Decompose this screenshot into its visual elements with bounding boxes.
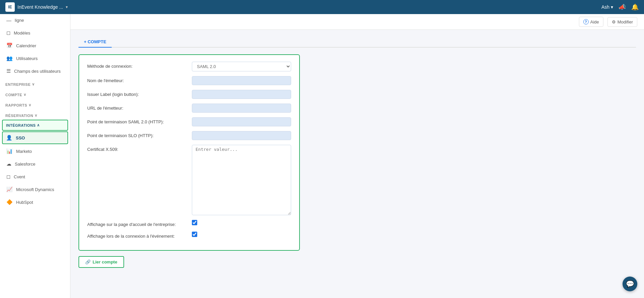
modify-button[interactable]: ⚙ Modifier xyxy=(607,17,637,27)
sidebar-section-rapports[interactable]: RAPPORTS ∨ xyxy=(0,98,70,109)
affichage-connexion-label: Affichage lors de la connexion à l'événe… xyxy=(87,232,188,239)
rapports-chevron: ∨ xyxy=(29,103,32,107)
sidebar-item-marketo[interactable]: 📊 Marketo xyxy=(0,145,70,158)
app-logo: IE xyxy=(5,2,15,12)
sidebar-item-sso[interactable]: 👤 SSO xyxy=(2,131,68,144)
form-row-affichage-accueil: Affichage sur la page d'accueil de l'ent… xyxy=(87,220,291,227)
url-emetteur-input[interactable] xyxy=(192,104,291,113)
bell-icon[interactable]: 🔔 xyxy=(631,3,639,11)
sidebar-section-integrations[interactable]: INTÉGRATIONS ∧ xyxy=(2,120,68,131)
form-row-saml-endpoint: Point de terminaison SAML 2.0 (HTTP): xyxy=(87,117,291,126)
form-row-slo-endpoint: Point de terminaison SLO (HTTP): xyxy=(87,131,291,140)
microsoft-icon: 📈 xyxy=(6,186,13,192)
form-row-nom-emetteur: Nom de l'émetteur: xyxy=(87,76,291,85)
sidebar-item-microsoft-dynamics[interactable]: 📈 Microsoft Dynamics xyxy=(0,183,70,196)
sidebar-section-reservation[interactable]: RÉSERVATION ∨ xyxy=(0,109,70,119)
sidebar-item-label: HubSpot xyxy=(16,200,33,205)
top-navigation: IE InEvent Knowledge ... ▾ Ash ▾ 📣 🔔 xyxy=(0,0,644,14)
champs-icon: ☰ xyxy=(6,68,11,74)
lier-compte-button[interactable]: 🔗 Lier compte xyxy=(78,256,124,268)
sso-icon: 👤 xyxy=(6,135,12,141)
user-chevron: ▾ xyxy=(611,4,613,10)
form-row-affichage-connexion: Affichage lors de la connexion à l'événe… xyxy=(87,232,291,239)
compte-chevron: ∨ xyxy=(23,93,26,97)
saml-endpoint-input[interactable] xyxy=(192,117,291,126)
certificat-textarea[interactable] xyxy=(192,145,291,215)
sidebar-item-label: Marketo xyxy=(16,149,32,154)
affichage-connexion-checkbox[interactable] xyxy=(192,232,197,237)
help-button[interactable]: ? Aide xyxy=(579,17,603,27)
gear-icon: ⚙ xyxy=(612,19,616,24)
app-title-chevron[interactable]: ▾ xyxy=(66,5,68,9)
user-name: Ash xyxy=(601,4,609,10)
link-icon: 🔗 xyxy=(85,259,91,264)
form-row-url-emetteur: URL de l'émetteur: xyxy=(87,104,291,113)
tab-compte[interactable]: + COMPTE xyxy=(78,37,112,48)
sidebar-item-utilisateurs[interactable]: 👥 Utilisateurs xyxy=(0,52,70,65)
salesforce-icon: ☁ xyxy=(6,161,11,167)
rapports-label: RAPPORTS xyxy=(5,103,27,107)
megaphone-icon[interactable]: 📣 xyxy=(619,3,626,11)
sidebar-item-label: SSO xyxy=(16,135,25,140)
nav-right: Ash ▾ 📣 🔔 xyxy=(601,3,639,11)
url-emetteur-label: URL de l'émetteur: xyxy=(87,104,188,111)
affichage-accueil-label: Affichage sur la page d'accueil de l'ent… xyxy=(87,220,188,227)
issuer-label-label: Issuer Label (login button): xyxy=(87,90,188,97)
sidebar-item-cvent[interactable]: ◻ Cvent xyxy=(0,170,70,183)
sidebar-item-label: Utilisateurs xyxy=(16,56,38,61)
issuer-label-input[interactable] xyxy=(192,90,291,99)
entreprise-chevron: ∨ xyxy=(32,82,35,86)
form-row-methode: Méthode de connexion: SAML 2.0 OAuth Ope… xyxy=(87,62,291,71)
main-content: ? Aide ⚙ Modifier + COMPTE Méthode de co… xyxy=(70,14,644,298)
entreprise-label: ENTREPRISE xyxy=(5,82,31,86)
sidebar-item-label: Champs des utilisateurs xyxy=(14,69,61,74)
compte-label: COMPTE xyxy=(5,93,22,97)
slo-endpoint-input[interactable] xyxy=(192,131,291,140)
chat-bubble[interactable]: 💬 xyxy=(623,277,637,291)
modify-label: Modifier xyxy=(618,19,633,24)
form-row-issuer: Issuer Label (login button): xyxy=(87,90,291,99)
slo-endpoint-label: Point de terminaison SLO (HTTP): xyxy=(87,131,188,138)
methode-select[interactable]: SAML 2.0 OAuth OpenID xyxy=(192,62,291,71)
sso-form-card: Méthode de connexion: SAML 2.0 OAuth Ope… xyxy=(78,54,300,251)
chat-icon: 💬 xyxy=(626,280,634,288)
sidebar-item-salesforce[interactable]: ☁ Salesforce xyxy=(0,158,70,170)
sidebar-item-label: Cvent xyxy=(14,174,25,179)
cvent-icon: ◻ xyxy=(6,174,10,180)
certificat-label: Certificat X.509: xyxy=(87,145,188,152)
reservation-label: RÉSERVATION xyxy=(5,114,33,118)
calendrier-icon: 📅 xyxy=(6,43,13,49)
sidebar-item-calendrier[interactable]: 📅 Calendrier xyxy=(0,39,70,52)
sidebar-item-ligne[interactable]: — ligne xyxy=(0,14,70,26)
user-menu[interactable]: Ash ▾ xyxy=(601,4,613,10)
hubspot-icon: 🔶 xyxy=(6,199,13,205)
sidebar-item-label: Modèles xyxy=(14,31,30,36)
help-icon: ? xyxy=(583,19,589,24)
main-layout: — ligne ◻ Modèles 📅 Calendrier 👥 Utilisa… xyxy=(0,14,644,298)
page-content: + COMPTE Méthode de connexion: SAML 2.0 … xyxy=(70,30,644,275)
modeles-icon: ◻ xyxy=(6,30,10,36)
sidebar-item-hubspot[interactable]: 🔶 HubSpot xyxy=(0,196,70,208)
nom-emetteur-input[interactable] xyxy=(192,76,291,85)
methode-label: Méthode de connexion: xyxy=(87,62,188,69)
sidebar-item-label: Calendrier xyxy=(16,43,36,48)
saml-endpoint-label: Point de terminaison SAML 2.0 (HTTP): xyxy=(87,117,188,124)
sidebar-item-champs-utilisateurs[interactable]: ☰ Champs des utilisateurs xyxy=(0,65,70,77)
link-label: Lier compte xyxy=(93,259,117,264)
sidebar-section-entreprise[interactable]: ENTREPRISE ∨ xyxy=(0,77,70,88)
sidebar-item-label: ligne xyxy=(15,18,24,23)
tab-bar: + COMPTE xyxy=(78,37,636,48)
integrations-chevron: ∧ xyxy=(37,123,40,127)
reservation-chevron: ∨ xyxy=(35,113,38,118)
nom-emetteur-label: Nom de l'émetteur: xyxy=(87,76,188,83)
sidebar-section-compte[interactable]: COMPTE ∨ xyxy=(0,88,70,98)
sidebar-item-label: Microsoft Dynamics xyxy=(16,187,54,192)
toolbar: ? Aide ⚙ Modifier xyxy=(70,14,644,30)
sidebar-item-modeles[interactable]: ◻ Modèles xyxy=(0,26,70,39)
utilisateurs-icon: 👥 xyxy=(6,55,13,61)
nav-left: IE InEvent Knowledge ... ▾ xyxy=(5,2,68,12)
help-label: Aide xyxy=(590,19,599,24)
affichage-accueil-checkbox[interactable] xyxy=(192,220,197,225)
sidebar-item-label: Salesforce xyxy=(15,162,35,167)
marketo-icon: 📊 xyxy=(6,148,13,154)
